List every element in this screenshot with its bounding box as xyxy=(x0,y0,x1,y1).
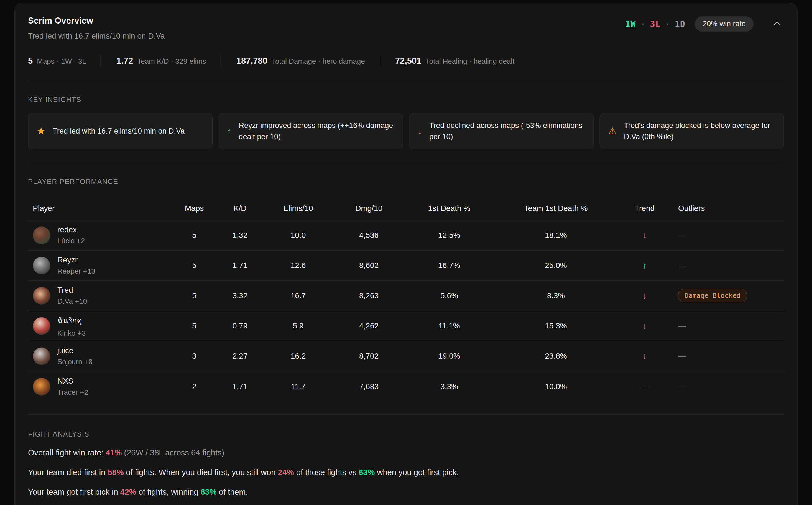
cell-team-first-death: 23.8% xyxy=(493,352,618,361)
no-outlier-dash: — xyxy=(678,231,686,239)
page-title: Scrim Overview xyxy=(28,16,165,26)
fight-analysis-label: FIGHT ANALYSIS xyxy=(28,430,784,438)
player-name: ฉันรักคุ xyxy=(57,314,85,327)
cell-maps: 5 xyxy=(172,291,216,300)
column-header-dmg10: Dmg/10 xyxy=(333,204,405,213)
page-subtitle: Tred led with 16.7 elims/10 min on D.Va xyxy=(28,32,165,40)
collapse-button[interactable] xyxy=(770,18,784,30)
record-draws: 1D xyxy=(675,19,685,29)
cell-maps: 3 xyxy=(172,352,216,361)
player-cell: NXS Tracer +2 xyxy=(28,377,172,397)
cell-team-first-death: 8.3% xyxy=(493,291,618,300)
stat-highlight-red: 41% xyxy=(106,448,122,457)
stat-total-healing: 72,501 Total Healing · healing dealt xyxy=(395,56,515,66)
player-heroes: Sojourn +8 xyxy=(57,358,92,366)
no-outlier-dash: — xyxy=(678,352,686,360)
table-row[interactable]: Tred D.Va +10 5 3.32 16.7 8,263 5.6% 8.3… xyxy=(28,281,784,311)
table-row[interactable]: juice Sojourn +8 3 2.27 16.2 8,702 19.0%… xyxy=(28,341,784,371)
win-rate-badge: 20% win rate xyxy=(695,16,754,32)
stat-divider xyxy=(101,55,102,67)
table-row[interactable]: NXS Tracer +2 2 1.71 11.7 7,683 3.3% 10.… xyxy=(28,371,784,401)
trend-down-icon: ↓ xyxy=(618,230,671,240)
cell-elims10: 16.2 xyxy=(263,352,333,361)
player-heroes: D.Va +10 xyxy=(57,297,87,306)
cell-dmg10: 4,536 xyxy=(333,231,405,240)
cell-dmg10: 8,702 xyxy=(333,352,405,361)
cell-first-death: 12.5% xyxy=(405,231,493,240)
stat-value: 187,780 xyxy=(236,56,267,66)
record-losses: 3L xyxy=(650,19,661,29)
no-outlier-dash: — xyxy=(678,322,686,330)
table-row[interactable]: ฉันรักคุ Kiriko +3 5 0.79 5.9 4,262 11.1… xyxy=(28,311,784,341)
fight-line-first-pick: Your team got first pick in 42% of fight… xyxy=(28,486,784,498)
cell-elims10: 5.9 xyxy=(263,322,333,330)
trend-down-icon: ↓ xyxy=(618,351,671,361)
header-right: 1W · 3L · 1D 20% win rate xyxy=(625,16,784,32)
cell-first-death: 3.3% xyxy=(405,382,493,391)
trend-down-icon: ↓ xyxy=(618,321,671,331)
key-insights-label: KEY INSIGHTS xyxy=(28,96,784,104)
player-name: Tred xyxy=(57,286,87,295)
stat-highlight-green: 63% xyxy=(201,488,217,496)
cell-maps: 5 xyxy=(172,261,216,270)
cell-outliers: — xyxy=(671,261,784,270)
stat-label: Total Healing · healing dealt xyxy=(425,57,515,66)
player-name: juice xyxy=(57,346,92,355)
stat-label: Maps · 1W · 3L xyxy=(37,57,86,66)
insight-text: Tred declined across maps (-53% eliminat… xyxy=(429,120,585,142)
insight-text: Reyzr improved across maps (++16% damage… xyxy=(239,120,395,142)
player-cell: ฉันรักคุ Kiriko +3 xyxy=(28,314,172,338)
cell-kd: 3.32 xyxy=(216,291,263,300)
cell-kd: 1.32 xyxy=(216,231,263,240)
column-header-kd: K/D xyxy=(216,204,263,213)
stat-total-damage: 187,780 Total Damage · hero damage xyxy=(236,56,365,66)
record-wins: 1W xyxy=(625,19,636,29)
insight-cards: ★ Tred led with 16.7 elims/10 min on D.V… xyxy=(28,113,784,149)
cell-first-death: 19.0% xyxy=(405,352,493,361)
stat-divider xyxy=(380,55,380,67)
insight-text: Tred's damage blocked is below average f… xyxy=(624,120,775,142)
cell-outliers: — xyxy=(671,382,784,391)
star-icon: ★ xyxy=(37,126,45,136)
stat-value: 5 xyxy=(28,56,33,66)
avatar xyxy=(33,317,50,335)
avatar xyxy=(33,257,50,275)
cell-kd: 2.27 xyxy=(216,352,263,361)
avatar xyxy=(33,226,50,244)
avatar xyxy=(33,378,50,395)
stat-highlight-red: 42% xyxy=(120,488,136,496)
header-titles: Scrim Overview Tred led with 16.7 elims/… xyxy=(28,16,165,40)
cell-team-first-death: 18.1% xyxy=(493,231,618,240)
cell-kd: 0.79 xyxy=(216,322,263,330)
fight-analysis-text: Overall fight win rate: 41% (26W / 38L a… xyxy=(28,447,784,505)
cell-elims10: 12.6 xyxy=(263,261,333,270)
insight-card-top-performer: ★ Tred led with 16.7 elims/10 min on D.V… xyxy=(28,113,213,149)
cell-dmg10: 8,602 xyxy=(333,261,405,270)
stat-maps: 5 Maps · 1W · 3L xyxy=(28,56,86,66)
record-separator: · xyxy=(640,19,646,29)
cell-outliers: — xyxy=(671,352,784,361)
cell-first-death: 5.6% xyxy=(405,291,493,300)
player-cell: Tred D.Va +10 xyxy=(28,286,172,306)
table-row[interactable]: redex Lúcio +2 5 1.32 10.0 4,536 12.5% 1… xyxy=(28,220,784,250)
cell-outliers: Damage Blocked xyxy=(671,289,784,302)
cell-maps: 2 xyxy=(172,382,216,391)
warning-icon: ⚠ xyxy=(608,126,617,136)
no-outlier-dash: — xyxy=(678,382,686,391)
arrow-down-icon: ↓ xyxy=(418,127,422,136)
cell-maps: 5 xyxy=(172,322,216,330)
table-row[interactable]: Reyzr Reaper +13 5 1.71 12.6 8,602 16.7%… xyxy=(28,250,784,281)
trend-down-icon: ↓ xyxy=(618,291,671,301)
player-heroes: Reaper +13 xyxy=(57,267,95,276)
record-summary: 1W · 3L · 1D xyxy=(625,19,685,29)
cell-first-death: 16.7% xyxy=(405,261,493,270)
cell-dmg10: 8,263 xyxy=(333,291,405,300)
stat-label: Team K/D · 329 elims xyxy=(137,57,206,66)
avatar xyxy=(33,347,50,365)
no-outlier-dash: — xyxy=(678,261,686,270)
stat-highlight-red: 58% xyxy=(108,468,124,477)
cell-outliers: — xyxy=(671,231,784,240)
player-cell: redex Lúcio +2 xyxy=(28,225,172,245)
damage-blocked-badge[interactable]: Damage Blocked xyxy=(678,289,747,302)
column-header-elims10: Elims/10 xyxy=(263,204,333,213)
